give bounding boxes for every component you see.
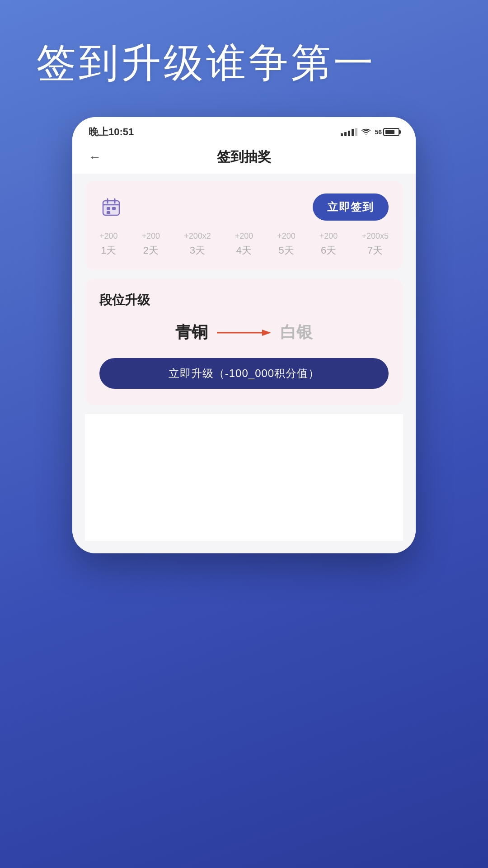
battery-level: 56	[375, 128, 382, 136]
day-item-2: +200 2天	[142, 231, 160, 257]
hero-title: 签到升级谁争第一	[36, 36, 376, 90]
day-2-bonus: +200	[142, 231, 160, 241]
day-item-4: +200 4天	[235, 231, 253, 257]
day-5-bonus: +200	[277, 231, 296, 241]
day-1-bonus: +200	[99, 231, 118, 241]
upgrade-button[interactable]: 立即升级（-100_000积分值）	[99, 358, 389, 389]
battery-icon	[383, 128, 399, 136]
rank-arrow	[217, 327, 271, 338]
rank-from: 青铜	[175, 321, 208, 344]
day-5-label: 5天	[278, 244, 294, 257]
rank-to: 白银	[280, 321, 313, 344]
day-1-label: 1天	[101, 244, 116, 257]
svg-rect-4	[107, 207, 110, 210]
signal-icon	[341, 128, 357, 136]
day-7-bonus: +200x5	[361, 231, 389, 241]
back-button[interactable]: ←	[89, 150, 101, 165]
days-row: +200 1天 +200 2天 +200x2 3天 +200 4天 +200	[99, 231, 389, 257]
rank-card-title: 段位升级	[99, 292, 389, 309]
nav-bar: ← 签到抽奖	[72, 143, 416, 174]
signin-button[interactable]: 立即签到	[313, 193, 389, 221]
svg-rect-6	[107, 211, 110, 214]
day-4-bonus: +200	[235, 231, 253, 241]
day-item-3: +200x2 3天	[184, 231, 211, 257]
day-2-label: 2天	[143, 244, 159, 257]
status-time: 晚上10:51	[89, 125, 134, 139]
day-item-1: +200 1天	[99, 231, 118, 257]
wifi-icon	[361, 128, 371, 136]
day-3-label: 3天	[190, 244, 205, 257]
day-item-6: +200 6天	[319, 231, 338, 257]
signin-header: 立即签到	[99, 193, 389, 221]
day-6-label: 6天	[321, 244, 336, 257]
page-title: 签到抽奖	[217, 148, 271, 166]
day-item-7: +200x5 7天	[361, 231, 389, 257]
battery-indicator: 56	[375, 128, 399, 136]
day-3-bonus: +200x2	[184, 231, 211, 241]
status-bar: 晚上10:51 56	[72, 117, 416, 143]
bottom-white-area	[85, 414, 403, 541]
day-item-5: +200 5天	[277, 231, 296, 257]
day-6-bonus: +200	[319, 231, 338, 241]
day-4-label: 4天	[236, 244, 252, 257]
svg-marker-8	[262, 330, 271, 336]
rank-levels: 青铜 白银	[99, 321, 389, 344]
svg-rect-5	[112, 207, 116, 210]
svg-rect-0	[103, 201, 119, 215]
signin-card: 立即签到 +200 1天 +200 2天 +200x2 3天 +200	[85, 181, 403, 270]
day-7-label: 7天	[367, 244, 383, 257]
phone-frame: 晚上10:51 56	[72, 117, 416, 553]
calendar-icon	[99, 195, 123, 219]
content-area: 立即签到 +200 1天 +200 2天 +200x2 3天 +200	[72, 174, 416, 553]
rank-card: 段位升级 青铜 白银 立即升级（-100_000积分值）	[85, 279, 403, 405]
status-icons: 56	[341, 128, 399, 136]
